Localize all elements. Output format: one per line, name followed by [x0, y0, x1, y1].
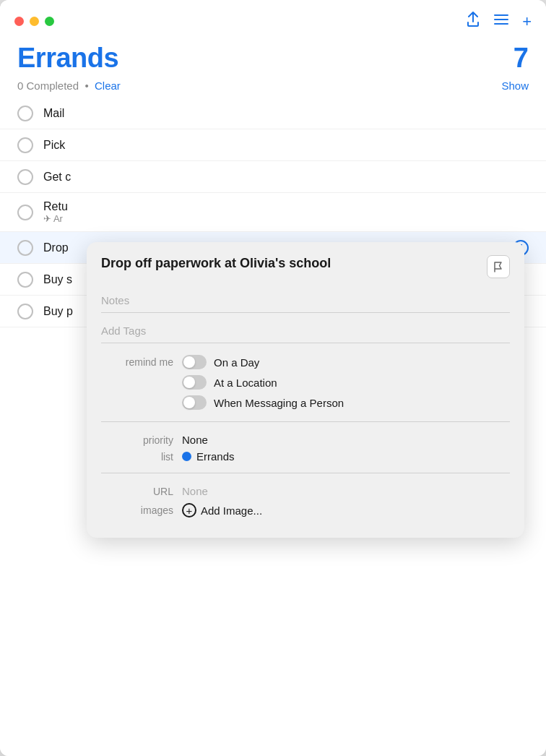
remind-label: remind me: [101, 356, 173, 368]
remind-day-label: On a Day: [214, 356, 259, 369]
remind-messaging-toggle[interactable]: [182, 395, 207, 410]
priority-row: priority None: [101, 434, 510, 446]
task-checkbox[interactable]: [17, 205, 33, 220]
remind-row-messaging: When Messaging a Person: [101, 395, 510, 410]
images-label: images: [101, 504, 173, 516]
remind-day-toggle[interactable]: [182, 355, 207, 369]
detail-header: Drop off paperwork at Olivia's school: [101, 255, 510, 278]
detail-title: Drop off paperwork at Olivia's school: [101, 255, 480, 272]
close-button[interactable]: [14, 17, 24, 26]
task-checkbox[interactable]: [17, 272, 33, 288]
priority-label: priority: [101, 434, 173, 446]
add-image-button[interactable]: + Add Image...: [182, 503, 262, 517]
meta-section: priority None list Errands: [101, 428, 510, 473]
task-list: Mail Pick Get c Retu ✈ Ar Drop i: [0, 98, 546, 756]
show-button[interactable]: Show: [501, 80, 529, 92]
clear-button[interactable]: Clear: [95, 80, 121, 92]
task-text: Get c: [43, 171, 529, 184]
list-dot: [182, 452, 191, 461]
task-checkbox[interactable]: [17, 304, 33, 319]
maximize-button[interactable]: [45, 17, 54, 26]
task-item: Mail: [0, 98, 546, 129]
remind-messaging-label: When Messaging a Person: [214, 397, 344, 409]
images-row: images + Add Image...: [101, 503, 510, 517]
list-label: list: [101, 451, 173, 463]
task-count: 7: [514, 43, 529, 74]
list-row: list Errands: [101, 450, 510, 463]
remind-location-toggle[interactable]: [182, 375, 207, 390]
header: Errands 7: [0, 37, 546, 77]
remind-row-location: At a Location: [101, 375, 510, 390]
flag-button[interactable]: [487, 255, 510, 278]
url-value[interactable]: None: [182, 485, 208, 497]
list-value[interactable]: Errands: [196, 450, 235, 463]
remind-row-day: remind me On a Day: [101, 355, 510, 369]
task-subtext: ✈ Ar: [43, 213, 529, 224]
completed-text: 0 Completed • Clear: [17, 80, 121, 92]
task-item: Retu ✈ Ar: [0, 193, 546, 232]
list-icon[interactable]: [493, 13, 509, 30]
separator: •: [84, 80, 88, 92]
add-image-label: Add Image...: [201, 504, 262, 517]
detail-tags[interactable]: Add Tags: [101, 319, 510, 343]
task-item: Get c: [0, 161, 546, 193]
url-label: URL: [101, 486, 173, 497]
detail-panel: Drop off paperwork at Olivia's school No…: [87, 242, 524, 538]
traffic-lights: [14, 17, 54, 26]
priority-value[interactable]: None: [182, 434, 208, 446]
page-title: Errands: [17, 43, 118, 74]
add-icon[interactable]: +: [522, 12, 532, 31]
titlebar-actions: +: [466, 12, 532, 31]
remind-section: remind me On a Day At a Location When Me…: [101, 349, 510, 422]
bottom-section: URL None images + Add Image...: [101, 479, 510, 517]
tags-placeholder: Add Tags: [101, 325, 146, 337]
add-image-icon: +: [182, 503, 196, 517]
remind-location-label: At a Location: [214, 377, 277, 389]
completed-bar: 0 Completed • Clear Show: [0, 77, 546, 98]
task-item: Pick: [0, 129, 546, 161]
task-checkbox[interactable]: [17, 169, 33, 185]
app-window: + Errands 7 0 Completed • Clear Show Mai…: [0, 0, 546, 756]
detail-notes[interactable]: Notes: [101, 288, 510, 313]
titlebar: +: [0, 0, 546, 37]
task-text: Retu: [43, 200, 529, 213]
task-text: Mail: [43, 107, 529, 120]
task-checkbox[interactable]: [17, 106, 33, 121]
task-checkbox[interactable]: [17, 240, 33, 256]
completed-count: 0 Completed: [17, 80, 79, 92]
task-checkbox[interactable]: [17, 137, 33, 153]
share-icon[interactable]: [466, 12, 480, 31]
url-row: URL None: [101, 485, 510, 497]
minimize-button[interactable]: [30, 17, 39, 26]
task-text: Pick: [43, 139, 529, 152]
notes-placeholder: Notes: [101, 294, 129, 306]
